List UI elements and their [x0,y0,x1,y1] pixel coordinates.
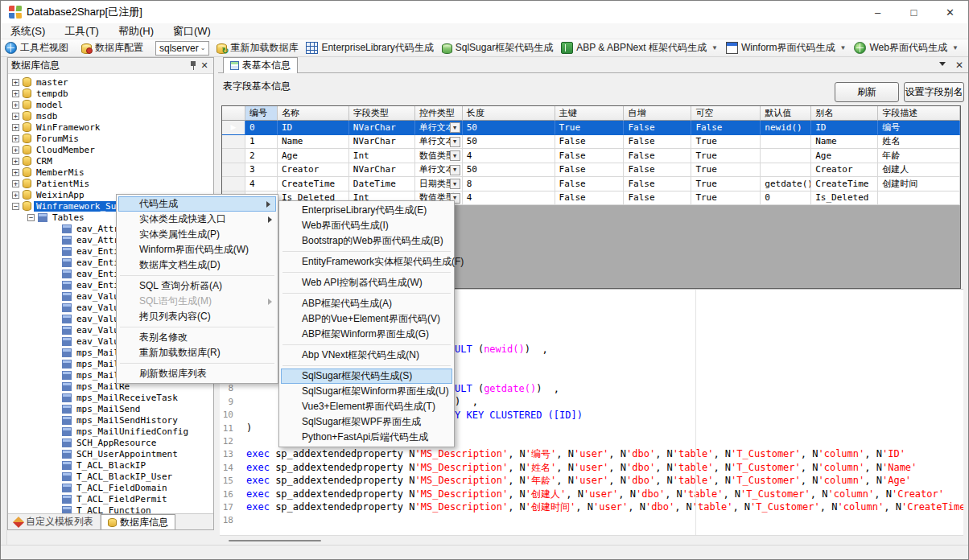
menubar-item-H[interactable]: 帮助(H) [109,23,163,40]
left-tab-template-list[interactable]: 自定义模板列表 [8,514,101,529]
pin-icon[interactable] [188,60,199,72]
tree-db-CloudMember[interactable]: +CloudMember [8,144,213,155]
panel-close-icon[interactable]: ✕ [199,60,210,71]
tree-db-master[interactable]: +master [8,76,213,88]
submenu-item[interactable]: SqlSugar框架Winform界面生成(U) [279,384,454,399]
submenu-item[interactable]: ABP框架Winform界面生成(G) [279,327,454,342]
menubar-item-T[interactable]: 工具(T) [55,23,109,40]
grid-cell[interactable]: ID [278,121,349,135]
grid-cell[interactable]: 创建人 [878,163,960,178]
grid-column-header[interactable]: 字段描述 [878,106,960,121]
row-selector-cell[interactable] [222,135,245,150]
grid-cell[interactable]: 年龄 [878,149,960,163]
grid-cell[interactable]: Int [349,149,415,163]
grid-cell[interactable]: 4 [463,191,555,206]
context-menu-item[interactable]: SQL 查询分析器(A) [117,278,278,294]
grid-cell[interactable] [761,135,811,150]
database-type-combo[interactable]: sqlserver ⌄ [155,41,209,56]
submenu-item[interactable]: Web API控制器代码生成(W) [279,275,454,290]
tab-close-icon[interactable]: ✕ [955,60,963,71]
close-button[interactable]: ✕ [932,1,968,23]
combo-dropdown-icon[interactable]: ▼ [450,137,460,147]
combo-dropdown-icon[interactable]: ▼ [450,122,460,133]
web-codegen-button[interactable]: Web界面代码生成 ▼ [850,40,962,56]
tree-table-item[interactable]: mps_MailSendHistory [8,414,213,426]
db-config-button[interactable]: 数据库配置 [77,40,147,56]
tree-table-item[interactable]: T_ACL_BlackIP_User [8,471,213,482]
grid-cell[interactable]: 1 [245,135,278,150]
tree-db-msdb[interactable]: +msdb [8,110,213,121]
tree-table-item[interactable]: T_ACL_FieldDomain [8,482,213,493]
grid-cell[interactable]: 数值类型▼ [415,149,463,163]
grid-cell[interactable]: False [624,135,691,150]
tree-expander-icon[interactable]: + [12,101,19,109]
winform-codegen-button[interactable]: Winform界面代码生成 ▼ [722,40,851,56]
row-selector-cell[interactable] [222,163,245,178]
grid-cell[interactable]: False [555,149,625,163]
sqlsugar-codegen-button[interactable]: SqlSugar框架代码生成 [438,40,557,56]
context-menu-item[interactable]: 实体类生成快速入口 [117,212,278,227]
grid-cell[interactable]: 50 [463,121,555,135]
grid-cell[interactable]: 3 [245,163,278,178]
context-menu-item[interactable]: 数据库文档生成(D) [117,257,278,273]
grid-cell[interactable]: 姓名 [878,135,960,150]
submenu-item[interactable]: SqlSugar框架代码生成(S) [281,369,452,384]
grid-cell[interactable]: Age [278,149,349,163]
grid-column-header[interactable]: 主键 [555,106,625,121]
context-menu-item[interactable]: 表别名修改 [117,330,278,345]
grid-cell[interactable]: 0 [761,191,811,206]
refresh-button[interactable]: 刷新 [835,82,899,102]
grid-column-header[interactable]: 别名 [811,106,878,121]
grid-column-header[interactable]: 长度 [463,106,555,121]
grid-cell[interactable]: getdate() [761,177,811,191]
grid-cell[interactable]: Age [811,149,878,163]
menubar-item-S[interactable]: 系统(S) [1,23,55,40]
grid-cell[interactable] [878,191,960,206]
tree-expander-icon[interactable]: + [12,146,19,154]
context-menu-item[interactable]: 刷新数据库列表 [117,366,278,381]
tree-expander-icon[interactable]: + [12,124,19,131]
toolbar-view-button[interactable]: 工具栏视图 [1,40,72,56]
grid-cell[interactable]: 4 [245,177,278,191]
grid-cell[interactable]: Name [278,135,349,150]
grid-cell[interactable]: newid() [761,121,811,135]
grid-cell[interactable]: True [691,191,761,206]
grid-cell[interactable]: 单行文本▼ [415,135,463,150]
grid-cell[interactable]: True [691,163,761,178]
dropdown-arrow-icon[interactable]: ▼ [952,44,959,51]
tree-expander-icon[interactable]: + [12,113,19,120]
tree-db-CRM[interactable]: +CRM [8,155,213,167]
grid-cell[interactable]: 2 [245,149,278,163]
grid-cell[interactable]: 日期类型▼ [415,177,463,191]
grid-cell[interactable]: 创建时间 [878,177,960,191]
tree-db-PatientMis[interactable]: +PatientMis [8,178,213,189]
tree-db-ForumMis[interactable]: +ForumMis [8,133,213,144]
tree-expander-icon[interactable]: + [12,169,19,176]
reload-database-button[interactable]: 重新加载数据库 [212,40,302,56]
tree-table-item[interactable]: SCH_AppResource [8,437,213,448]
dropdown-arrow-icon[interactable]: ▼ [711,44,718,51]
maximize-button[interactable]: □ [896,1,932,23]
grid-cell[interactable]: False [691,121,761,135]
grid-cell[interactable]: DateTime [349,177,415,191]
tree-expander-icon[interactable]: − [27,214,35,221]
tree-db-WinFramework[interactable]: +WinFramework [8,121,213,133]
minimize-button[interactable]: – [860,1,896,23]
tree-expander-icon[interactable]: + [12,79,19,86]
combo-dropdown-icon[interactable]: ▼ [450,150,460,161]
grid-cell[interactable]: False [555,163,625,178]
dropdown-arrow-icon[interactable]: ▼ [840,44,847,51]
left-tab-database-info[interactable]: 数据库信息 [101,514,175,529]
grid-column-header[interactable]: 字段类型 [349,106,415,121]
grid-cell[interactable] [761,149,811,163]
grid-cell[interactable]: False [624,149,691,163]
tree-db-tempdb[interactable]: +tempdb [8,88,213,99]
submenu-item[interactable]: Abp VNext框架代码生成(N) [279,348,454,363]
tab-table-basic-info[interactable]: 表基本信息 [223,57,298,73]
grid-column-header[interactable]: 名称 [278,106,349,121]
grid-cell[interactable]: False [555,191,625,206]
grid-cell[interactable]: NVarChar [349,163,415,178]
grid-cell[interactable]: 单行文本▼ [415,121,463,135]
submenu-item[interactable]: ABP框架代码生成(A) [279,296,454,311]
context-menu-item[interactable]: Winform界面代码生成(W) [117,242,278,257]
